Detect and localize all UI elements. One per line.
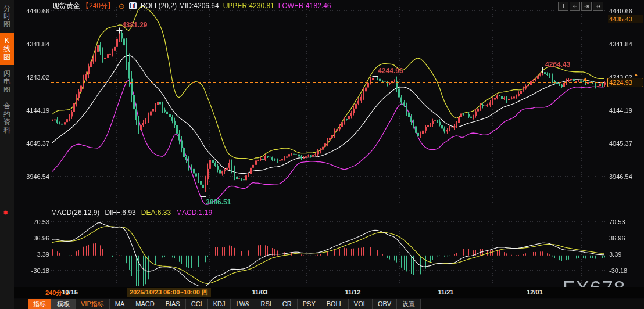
price-axis-label: 4341.84 — [19, 41, 49, 48]
toolbar-item-vipxx[interactable]: VIP指标 — [76, 299, 110, 309]
macd-value: MACD:1.19 — [176, 209, 212, 217]
macd-axis-label: 70.53 — [609, 218, 625, 225]
date-axis-row: 240分 ▲ 2025/10/23 06:00~10:00 四 10/1511/… — [14, 287, 644, 298]
sidebar-tab-label: 闪电图 — [3, 69, 11, 94]
macd-axis-label: 3.39 — [19, 251, 49, 258]
price-annotation-low: 3886.51 — [206, 198, 231, 206]
toolbar-item-kdj[interactable]: KDJ — [208, 299, 231, 309]
macd-header: MACD(26,12,9) DIFF:6.93 DEA:6.33 MACD:1.… — [51, 209, 212, 217]
sidebar-tab-label: 合约资料 — [3, 102, 11, 134]
toolbar-item-xx[interactable]: 指标 — [28, 299, 52, 309]
move-chart-icon[interactable]: ✛ — [558, 2, 568, 11]
price-annotation-high: 4264.43 — [545, 60, 570, 69]
last-price-box: 4224.93 — [607, 78, 643, 87]
boll-params: BOLL(20,2) — [141, 2, 177, 10]
date-tick-label: 11/12 — [345, 289, 361, 296]
price-axis-label: 4144.19 — [609, 107, 632, 114]
crosshair-date-label: 2025/10/23 06:00~10:00 四 — [127, 288, 211, 297]
live-quotes-icon: ✹ — [3, 209, 8, 217]
toolbar-item-psy[interactable]: PSY — [298, 299, 321, 309]
chart-canvas[interactable] — [0, 0, 644, 309]
price-axis-label: 4243.02 — [19, 74, 49, 81]
toolbar-item-ma[interactable]: MA — [110, 299, 131, 309]
toolbar-item-cr[interactable]: CR — [277, 299, 298, 309]
boll-lower: LOWER:4182.46 — [278, 2, 331, 10]
toolbar-item-macd[interactable]: MACD — [130, 299, 160, 309]
price-annotation-high: 4381.29 — [122, 21, 147, 29]
symbol-name: 现货黄金 — [52, 1, 80, 11]
macd-axis-label: -30.18 — [19, 267, 49, 274]
toolbar-item-rsi[interactable]: RSI — [255, 299, 277, 309]
period-label: 【240分】 — [82, 1, 115, 11]
toolbar-item-xx[interactable]: 设置 — [397, 299, 421, 309]
toolbar-item-bias[interactable]: BIAS — [160, 299, 186, 309]
toolbar-item-vol[interactable]: VOL — [349, 299, 373, 309]
session-high-label: 4435.43 — [608, 15, 643, 23]
price-axis-label: 4144.19 — [19, 107, 49, 114]
sidebar-tab-1[interactable]: 分时图 — [0, 0, 14, 33]
shift-chart-icon[interactable]: ⇸ — [593, 2, 603, 11]
date-tick-label: 10/15 — [62, 289, 78, 296]
price-axis-label: 3946.54 — [609, 173, 632, 180]
macd-dea: DEA:6.33 — [141, 209, 171, 217]
toolbar-item-lwx[interactable]: LW& — [231, 299, 255, 309]
scale-left-axis-icon[interactable]: ⇤ — [570, 2, 580, 11]
period-text: 240分 — [45, 289, 62, 296]
price-axis-label: 3946.54 — [19, 173, 49, 180]
left-sidebar: 分时图K线图闪电图合约资料 ✹ — [0, 0, 14, 309]
price-axis-label: 4440.66 — [19, 8, 49, 15]
price-axis-label: 4045.37 — [609, 140, 632, 147]
chart-tool-icons: ✛⇤⇥⇸ — [558, 2, 603, 11]
macd-params: MACD(26,12,9) — [51, 209, 99, 217]
kline-icon — [129, 2, 137, 9]
toolbar-item-boll[interactable]: BOLL — [321, 299, 349, 309]
price-axis-label: 4341.84 — [609, 41, 632, 48]
toolbar-item-xx[interactable]: 模板 — [52, 299, 76, 309]
sidebar-tab-3[interactable]: 闪电图 — [0, 65, 14, 98]
price-annotation-high: 4244.96 — [378, 67, 403, 75]
price-up-arrow-icon: ▲ — [634, 71, 639, 77]
boll-upper: UPPER:4230.81 — [223, 2, 274, 10]
date-tick-label: 11/03 — [252, 289, 268, 296]
sidebar-tab-label: 分时图 — [3, 4, 11, 28]
chart-header: 现货黄金 【240分】 ⊖ BOLL(20,2) MID:4206.64 UPP… — [52, 1, 331, 10]
sidebar-tab-2[interactable]: K线图 — [0, 33, 14, 65]
scale-right-axis-icon[interactable]: ⇥ — [581, 2, 592, 11]
macd-axis-label: 36.96 — [19, 235, 49, 242]
toolbar-item-obv[interactable]: OBV — [373, 299, 397, 309]
macd-axis-label: -30.18 — [609, 267, 627, 274]
toolbar-item-cci[interactable]: CCI — [186, 299, 208, 309]
macd-axis-label: 70.53 — [19, 218, 49, 225]
macd-diff: DIFF:6.93 — [105, 209, 135, 217]
collapse-icon[interactable]: ⊖ — [119, 2, 125, 10]
trading-app: 分时图K线图闪电图合约资料 ✹ 现货黄金 【240分】 ⊖ BOLL(20,2)… — [0, 0, 644, 309]
date-tick-label: 11/21 — [438, 289, 454, 296]
sidebar-tab-label: K线图 — [3, 37, 11, 61]
price-axis-label: 4045.37 — [19, 140, 49, 147]
sidebar-tab-4[interactable]: 合约资料 — [0, 98, 14, 138]
macd-axis-label: 36.96 — [609, 235, 625, 242]
price-axis-label: 4440.66 — [609, 8, 632, 15]
macd-axis-label: 3.39 — [609, 251, 621, 258]
date-tick-label: 12/01 — [527, 289, 543, 296]
indicator-toolbar: 指标模板VIP指标MAMACDBIASCCIKDJLW&RSICRPSYBOLL… — [14, 299, 644, 309]
boll-mid: MID:4206.64 — [179, 2, 219, 10]
